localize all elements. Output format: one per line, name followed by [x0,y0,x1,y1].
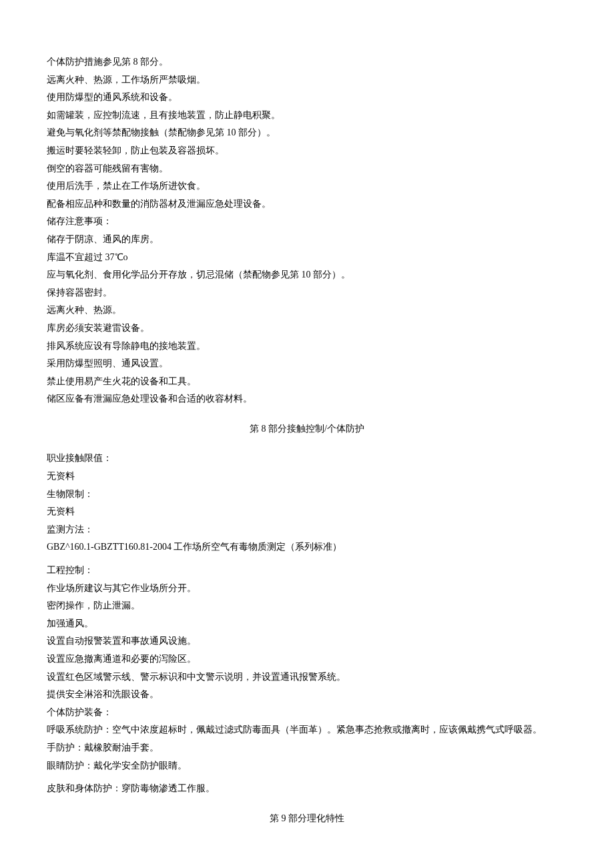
spacer [47,556,567,562]
body-line: 保持容器密封。 [47,284,567,302]
body-line: 个体防护措施参见第 8 部分。 [47,53,567,71]
body-line: 设置红色区域警示线、警示标识和中文警示说明，并设置通讯报警系统。 [47,669,567,687]
body-line: 个体防护装备： [47,704,567,722]
body-line: 避免与氧化剂等禁配物接触（禁配物参见第 10 部分）。 [47,124,567,142]
body-line: 工程控制： [47,562,567,580]
section-8-block-1: 职业接触限值： 无资料 生物限制： 无资料 监测方法： GBZ^160.1-GB… [47,450,567,556]
body-line: 手防护：戴橡胶耐油手套。 [47,739,567,757]
body-line: 储存注意事项： [47,213,567,231]
body-line: 应与氧化剂、食用化学品分开存放，切忌混储（禁配物参见第 10 部分）。 [47,266,567,284]
body-line: 提供安全淋浴和洗眼设备。 [47,686,567,704]
body-line: 眼睛防护：戴化学安全防护眼睛。 [47,757,567,775]
body-line: 设置应急撤离通道和必要的泻险区。 [47,650,567,669]
body-line: 远离火种、热源，工作场所严禁吸烟。 [47,71,567,89]
body-line: 库温不宜超过 37℃o [47,249,567,267]
body-line: 设置自动报警装置和事故通风设施。 [47,632,567,650]
body-line: 职业接触限值： [47,450,567,468]
body-line: 排风系统应设有导除静电的接地装置。 [47,338,567,356]
body-line: 配备相应品种和数量的消防器材及泄漏应急处理设备。 [47,195,567,213]
body-line: 加强通风。 [47,615,567,633]
section-9-title: 第 9 部分理化特性 [47,810,567,828]
body-line: 搬运时要轻装轻卸，防止包装及容器损坏。 [47,142,567,160]
body-line: 作业场所建议与其它作业场所分开。 [47,580,567,598]
section-8-title: 第 8 部分接触控制/个体防护 [47,420,567,438]
body-line: 无资料 [47,468,567,486]
body-line: 密闭操作，防止泄漏。 [47,597,567,615]
body-line: 储区应备有泄漏应急处理设备和合适的收容材料。 [47,390,567,408]
section-8-block-3: 皮肤和身体防护：穿防毒物渗透工作服。 [47,780,567,798]
body-line: 库房必须安装避雷设备。 [47,320,567,338]
body-line: 生物限制： [47,486,567,504]
spacer [47,775,567,780]
body-line: 如需罐装，应控制流速，且有接地装置，防止静电积聚。 [47,107,567,125]
body-line: 储存于阴凉、通风的库房。 [47,231,567,249]
body-line: 使用防爆型的通风系统和设备。 [47,89,567,107]
section-8-block-2: 工程控制： 作业场所建议与其它作业场所分开。 密闭操作，防止泄漏。 加强通风。 … [47,562,567,775]
body-line: 无资料 [47,503,567,521]
body-line: 皮肤和身体防护：穿防毒物渗透工作服。 [47,780,567,798]
body-line: 远离火种、热源。 [47,302,567,320]
body-line: 使用后洗手，禁止在工作场所进饮食。 [47,177,567,195]
body-line: 监测方法： [47,521,567,539]
body-line: GBZ^160.1-GBZTT160.81-2004 工作场所空气有毒物质测定（… [47,538,567,556]
body-line: 禁止使用易产生火花的设备和工具。 [47,373,567,391]
section-7-body: 个体防护措施参见第 8 部分。 远离火种、热源，工作场所严禁吸烟。 使用防爆型的… [47,53,567,408]
body-line: 采用防爆型照明、通风设置。 [47,355,567,373]
body-line: 呼吸系统防护：空气中浓度超标时，佩戴过滤式防毒面具（半面革）。紧急事态抢救或撤离… [47,721,567,739]
body-line: 倒空的容器可能残留有害物。 [47,160,567,178]
